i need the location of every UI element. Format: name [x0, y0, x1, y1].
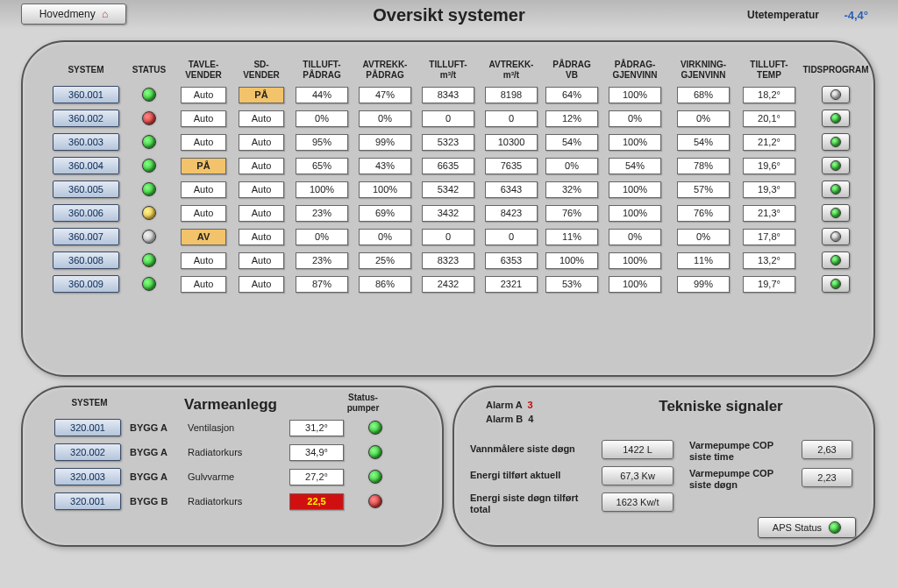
sd-vender-field[interactable]: Auto — [239, 205, 284, 222]
tidsprogram-led-icon — [830, 279, 841, 289]
alarm-a-value: 3 — [528, 400, 533, 410]
heating-system-button[interactable]: 320.003 — [54, 468, 121, 485]
padrag-gjenvinn-field: 100% — [609, 87, 661, 103]
tidsprogram-button[interactable] — [822, 110, 850, 127]
tilluft-m3-field: 2432 — [422, 276, 474, 293]
outtemp-value: -4,4° — [844, 9, 868, 22]
col-hdr-tilluft_m3: TILLUFT- m³/t — [429, 60, 467, 80]
virkning-gjenvinn-field: 76% — [677, 205, 730, 222]
pump-status-led-icon — [368, 470, 382, 484]
tavle-vender-field[interactable]: PÅ — [181, 158, 226, 174]
avtrekk-padrag-field: 100% — [359, 181, 411, 198]
sd-vender-field[interactable]: PÅ — [239, 87, 284, 103]
tavle-vender-field[interactable]: Auto — [181, 276, 226, 293]
padrag-gjenvinn-field: 0% — [609, 229, 661, 245]
sd-vender-field[interactable]: Auto — [239, 181, 284, 198]
tilluft-m3-field: 0 — [422, 229, 474, 245]
tidsprogram-led-icon — [830, 255, 841, 266]
avtrekk-padrag-field: 0% — [359, 229, 411, 245]
tavle-vender-field[interactable]: AV — [181, 229, 226, 245]
tilluft-padrag-field: 23% — [296, 205, 348, 222]
cop-day-value[interactable]: 2,23 — [802, 468, 852, 487]
padrag-gjenvinn-field: 100% — [609, 276, 661, 293]
padrag-vb-field: 0% — [545, 158, 598, 174]
tilluft-m3-field: 8323 — [422, 252, 474, 269]
tavle-vender-field[interactable]: Auto — [181, 87, 226, 103]
alarm-a-label: Alarm A — [486, 400, 522, 410]
tidsprogram-button[interactable] — [822, 275, 850, 293]
energy-now-value[interactable]: 67,3 Kw — [602, 466, 674, 485]
system-button[interactable]: 360.002 — [53, 110, 119, 127]
avtrekk-padrag-field: 99% — [359, 134, 411, 151]
tilluft-m3-field: 6635 — [422, 158, 474, 174]
status-led-icon — [142, 111, 156, 125]
energy-total-value[interactable]: 1623 Kw/t — [602, 492, 674, 512]
system-button[interactable]: 360.009 — [53, 275, 119, 293]
system-button[interactable]: 360.007 — [53, 228, 119, 245]
cop-day-label: Varmepumpe COP siste døgn — [689, 468, 795, 491]
tidsprogram-led-icon — [830, 89, 841, 100]
tavle-vender-field[interactable]: Auto — [181, 110, 226, 127]
tidsprogram-button[interactable] — [822, 181, 850, 198]
tilluft-padrag-field: 0% — [296, 229, 348, 245]
sd-vender-field[interactable]: Auto — [239, 134, 284, 151]
tidsprogram-button[interactable] — [822, 86, 850, 103]
tilluft-temp-field: 21,2° — [743, 134, 795, 151]
status-led-icon — [142, 206, 156, 220]
heating-system-button[interactable]: 320.001 — [54, 419, 121, 436]
system-button[interactable]: 360.004 — [53, 157, 119, 174]
tavle-vender-field[interactable]: Auto — [181, 252, 226, 269]
col-hdr-avtrekk_padrag: AVTREKK- PÅDRAG — [363, 60, 408, 80]
avtrekk-m3-field: 6343 — [485, 181, 538, 198]
status-led-icon — [142, 253, 156, 267]
system-button[interactable]: 360.001 — [53, 86, 119, 103]
avtrekk-padrag-field: 43% — [359, 158, 411, 174]
tidsprogram-button[interactable] — [822, 157, 850, 174]
system-button[interactable]: 360.003 — [53, 133, 119, 151]
virkning-gjenvinn-field: 68% — [677, 87, 730, 103]
water-label: Vannmålere siste døgn — [470, 443, 593, 454]
padrag-gjenvinn-field: 54% — [609, 158, 661, 174]
status-led-icon — [142, 159, 156, 173]
tidsprogram-button[interactable] — [822, 204, 850, 222]
padrag-vb-field: 11% — [545, 229, 598, 245]
heating-system-button[interactable]: 320.001 — [54, 492, 121, 510]
aps-status-button[interactable]: APS Status — [758, 517, 856, 538]
heating-panel: SYSTEM Varmeanlegg Status- pumper 320.00… — [21, 386, 444, 547]
sd-vender-field[interactable]: Auto — [239, 276, 284, 293]
sd-vender-field[interactable]: Auto — [239, 229, 284, 245]
tilluft-padrag-field: 44% — [296, 87, 348, 103]
sd-vender-field[interactable]: Auto — [239, 158, 284, 174]
padrag-gjenvinn-field: 100% — [609, 134, 661, 151]
system-button[interactable]: 360.006 — [53, 204, 119, 222]
tavle-vender-field[interactable]: Auto — [181, 205, 226, 222]
tidsprogram-button[interactable] — [822, 251, 850, 269]
outtemp-label: Utetemperatur — [747, 9, 819, 21]
tilluft-temp-field: 19,6° — [743, 158, 795, 174]
avtrekk-m3-field: 2321 — [485, 276, 538, 293]
system-button[interactable]: 360.008 — [53, 251, 119, 269]
col-hdr-padrag_gjenvinn: PÅDRAG- GJENVINN — [612, 60, 657, 80]
tavle-vender-field[interactable]: Auto — [181, 134, 226, 151]
tilluft-padrag-field: 87% — [296, 276, 348, 293]
water-value[interactable]: 1422 L — [602, 440, 674, 459]
tilluft-m3-field: 5342 — [422, 181, 474, 198]
col-hdr-avtrekk_m3: AVTREKK- m³/t — [489, 60, 534, 80]
cop-hour-value[interactable]: 2,63 — [802, 440, 852, 459]
sd-vender-field[interactable]: Auto — [239, 252, 284, 269]
tidsprogram-button[interactable] — [822, 133, 850, 151]
tavle-vender-field[interactable]: Auto — [181, 181, 226, 198]
heating-system-button[interactable]: 320.002 — [54, 443, 121, 461]
col-hdr-tavle: TAVLE- VENDER — [185, 60, 222, 80]
avtrekk-padrag-field: 86% — [359, 276, 411, 293]
sd-vender-field[interactable]: Auto — [239, 110, 284, 127]
virkning-gjenvinn-field: 99% — [677, 276, 730, 293]
heating-name-label: Radiatorkurs — [188, 496, 242, 507]
tidsprogram-button[interactable] — [822, 228, 850, 245]
avtrekk-padrag-field: 47% — [359, 87, 411, 103]
padrag-gjenvinn-field: 0% — [609, 110, 661, 127]
tilluft-m3-field: 5323 — [422, 134, 474, 151]
tilluft-temp-field: 18,2° — [743, 87, 795, 103]
system-button[interactable]: 360.005 — [53, 181, 119, 198]
col-hdr-virkning: VIRKNING- GJENVINN — [681, 60, 726, 80]
